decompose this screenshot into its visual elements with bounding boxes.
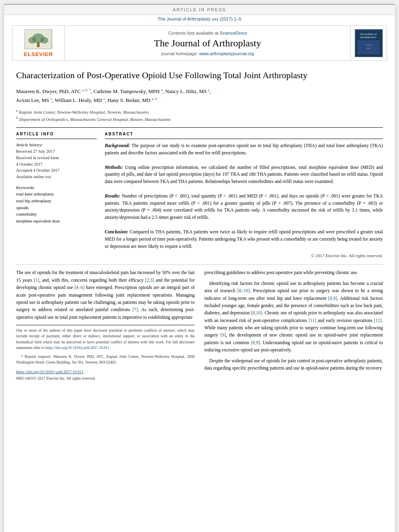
methods-label: Methods: xyxy=(105,165,123,170)
abstract-text: Background: The purpose of our study is … xyxy=(105,142,383,250)
background-text: The purpose of our study is to examine p… xyxy=(105,143,383,155)
abstract-header: ABSTRACT xyxy=(105,132,383,136)
author-5: William L. Healy, MD a xyxy=(54,97,105,103)
journal-homepage-line: journal homepage: www.arthroplastyjourna… xyxy=(161,51,254,56)
footnotes: One or more of the authors of this paper… xyxy=(16,325,195,381)
journal-header: ELSEVIER Contents lists available at Sci… xyxy=(12,25,387,61)
svg-rect-4 xyxy=(37,42,39,47)
conclusion-label: Conclusion: xyxy=(105,229,128,234)
svg-text:ARTHROPLASTY: ARTHROPLASTY xyxy=(360,36,377,39)
ref-12[interactable]: [12] xyxy=(374,318,382,323)
body-para-1: The use of opioids for the treatment of … xyxy=(16,269,195,321)
article-info-column: ARTICLE INFO Article history: Received 2… xyxy=(16,132,97,258)
svg-text:Cover: Cover xyxy=(366,47,371,49)
keyword-2: total hip arthroplasty xyxy=(16,198,97,205)
page: ARTICLE IN PRESS The Journal of Arthropl… xyxy=(4,4,395,532)
footnote-disclosure: One or more of the authors of this paper… xyxy=(16,328,195,351)
ref-8-9c[interactable]: [8,9] xyxy=(251,340,260,345)
sciencedirect-link[interactable]: ScienceDirect xyxy=(220,31,247,35)
abstract-divider xyxy=(105,139,383,139)
info-divider xyxy=(16,139,97,139)
article-history: Article history: Received 27 July 2017 R… xyxy=(16,142,97,180)
body-columns: The use of opioids for the treatment of … xyxy=(16,269,383,381)
abstract-column: ABSTRACT Background: The purpose of our … xyxy=(105,132,383,258)
elsevier-tree-image xyxy=(24,29,52,49)
ref-9b[interactable]: [9] xyxy=(220,332,226,337)
homepage-link[interactable]: www.arthroplastyjournal.org xyxy=(199,51,254,56)
issn-line: 0883-5403/© 2017 Elsevier Inc. All right… xyxy=(16,376,195,381)
revised-label: Received in revised form xyxy=(16,155,97,161)
keyword-5: morphine equivalent dose xyxy=(16,218,97,225)
svg-text:THE JOURNAL OF: THE JOURNAL OF xyxy=(360,33,377,35)
results-text: Number of prescriptions (P < .001), tota… xyxy=(105,193,383,220)
history-label: Article history: xyxy=(16,142,97,147)
keyword-4: comorbidity xyxy=(16,211,97,218)
body-para-3: Identifying risk factors for chronic opi… xyxy=(204,280,383,354)
title-divider xyxy=(16,127,383,128)
ref-7[interactable]: [7] xyxy=(133,307,138,312)
accepted-date: Accepted 4 October 2017 xyxy=(16,167,97,174)
author-1: Maureen K. Dwyer, PhD, ATC a, b, * xyxy=(16,88,91,94)
keywords-section: Keywords: total knee arthroplasty total … xyxy=(16,185,97,225)
keywords-label: Keywords: xyxy=(16,185,97,190)
author-6: Hany S. Bedair, MD a, b xyxy=(108,97,157,103)
background-label: Background: xyxy=(105,143,130,148)
body-section: The use of opioids for the treatment of … xyxy=(16,264,383,381)
journal-title: The Journal of Arthroplasty xyxy=(154,38,261,49)
ref-4-6[interactable]: [4–6] xyxy=(75,285,85,290)
ref-1[interactable]: [1] xyxy=(34,278,39,283)
journal-logo-section: THE JOURNAL OF ARTHROPLASTY Journal Cove… xyxy=(350,26,387,60)
journal-title-section: Contents lists available at ScienceDirec… xyxy=(65,26,350,60)
svg-text:Journal: Journal xyxy=(366,44,371,46)
body-column-1: The use of opioids for the treatment of … xyxy=(16,269,195,381)
article-title: Characterization of Post-Operative Opioi… xyxy=(16,70,383,81)
article-in-press-banner: ARTICLE IN PRESS xyxy=(4,4,395,15)
ref-8-9a[interactable]: [8,9] xyxy=(328,296,337,301)
elsevier-logo-section: ELSEVIER xyxy=(12,26,65,60)
journal-ref-text: The Journal of Arthroplasty xxx (2017) 1… xyxy=(158,17,241,21)
body-para-4: Despite the widespread use of opioids fo… xyxy=(204,357,383,372)
journal-reference: The Journal of Arthroplasty xxx (2017) 1… xyxy=(4,15,395,23)
body-para-2: prescribing guidelines to address post-o… xyxy=(204,269,383,276)
copyright-line: © 2017 Elsevier Inc. All rights reserved… xyxy=(105,253,383,258)
main-content: Characterization of Post-Operative Opioi… xyxy=(4,63,395,385)
journal-logo-image: THE JOURNAL OF ARTHROPLASTY Journal Cove… xyxy=(355,29,383,57)
elsevier-wordmark: ELSEVIER xyxy=(24,51,53,57)
results-label: Results: xyxy=(105,193,120,198)
conclusion-text: Compared to THA patients, TKA patients w… xyxy=(105,229,383,249)
footnote-reprint: * Reprint requests: Maureen K. Dwyer, Ph… xyxy=(16,354,195,366)
ref-8-10b[interactable]: [8,10] xyxy=(251,310,262,315)
ref-2-3[interactable]: [2,3] xyxy=(145,278,154,283)
keyword-1: total knee arthroplasty xyxy=(16,191,97,198)
sciencedirect-line: Contents lists available at ScienceDirec… xyxy=(168,31,247,35)
author-2: Cathrine M. Tumpowsky, MPH a xyxy=(94,88,162,94)
article-info-header: ARTICLE INFO xyxy=(16,132,97,136)
info-abstract-section: ARTICLE INFO Article history: Received 2… xyxy=(16,132,383,258)
affiliations: a Kaplan Joint Center, Newton-Wellesley … xyxy=(16,108,383,123)
banner-text: ARTICLE IN PRESS xyxy=(173,7,227,12)
svg-point-2 xyxy=(28,37,36,44)
available-online: Available online xxx xyxy=(16,174,97,180)
keyword-3: opioids xyxy=(16,205,97,212)
disclosure-doi-link[interactable]: https://doi.org/10.1016/j.arth.2017.10.0… xyxy=(46,346,110,350)
doi-section: https://doi.org/10.1016/j.arth.2017.10.0… xyxy=(16,369,195,375)
svg-point-3 xyxy=(40,37,48,44)
authors-line: Maureen K. Dwyer, PhD, ATC a, b, *, Cath… xyxy=(16,87,383,105)
received-date: Received 27 July 2017 xyxy=(16,148,97,155)
author-4: JoAnn Lee, MS a xyxy=(16,97,52,103)
body-column-2: prescribing guidelines to address post-o… xyxy=(204,269,383,381)
ref-8-10[interactable]: [8–10] xyxy=(237,288,250,293)
doi-link[interactable]: https://doi.org/10.1016/j.arth.2017.10.0… xyxy=(16,370,83,374)
author-3: Nancy L. Hiltz, MS a xyxy=(165,88,210,94)
ref-11[interactable]: [11] xyxy=(309,318,316,323)
methods-text: Using online prescription information, w… xyxy=(105,165,383,184)
revised-date: 4 October 2017 xyxy=(16,161,97,168)
